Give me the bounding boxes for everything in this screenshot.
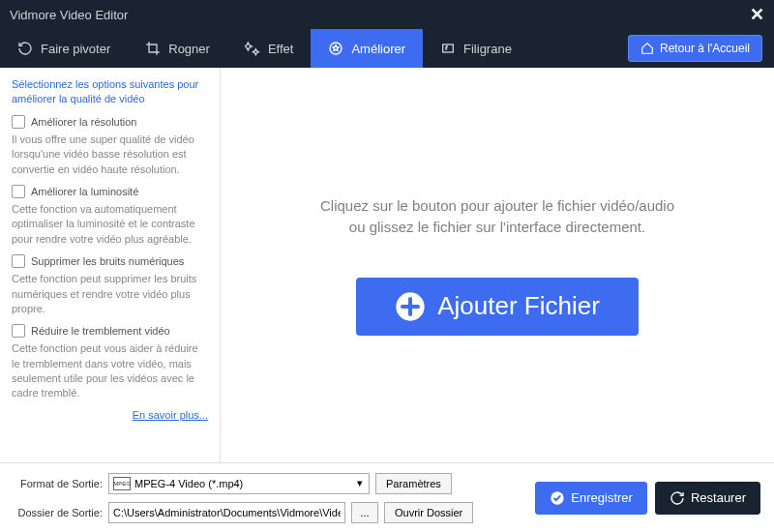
enhance-icon	[328, 41, 343, 56]
check-icon	[550, 490, 565, 506]
folder-input[interactable]	[108, 502, 345, 523]
restore-icon	[670, 490, 685, 506]
mpeg-icon: MPEG	[113, 477, 131, 490]
drop-text: Cliquez sur le bouton pour ajouter le fi…	[313, 195, 681, 239]
save-button[interactable]: Enregistrer	[535, 482, 647, 515]
crop-icon	[145, 41, 161, 56]
format-select[interactable]: MPEG MPEG-4 Video (*.mp4)	[108, 473, 370, 494]
settings-button[interactable]: Paramètres	[375, 473, 452, 494]
folder-label: Dossier de Sortie:	[14, 507, 103, 518]
format-label: Format de Sortie:	[14, 478, 103, 489]
tab-label: Filigrane	[463, 42, 512, 56]
sidebar: Sélectionnez les options suivantes pour …	[0, 68, 221, 462]
browse-button[interactable]: ...	[351, 502, 378, 523]
home-button[interactable]: Retour à l'Accueil	[628, 35, 762, 62]
bottom-bar: Format de Sortie: MPEG MPEG-4 Video (*.m…	[0, 462, 774, 532]
open-folder-button[interactable]: Ouvrir Dossier	[384, 502, 473, 523]
tab-label: Faire pivoter	[41, 42, 110, 56]
tab-rotate[interactable]: Faire pivoter	[0, 29, 128, 68]
close-icon[interactable]: ✕	[750, 4, 764, 25]
watermark-icon	[440, 41, 456, 56]
checkbox-noise[interactable]	[12, 254, 25, 268]
format-value: MPEG-4 Video (*.mp4)	[134, 478, 243, 489]
option-label: Améliorer la résolution	[31, 116, 136, 128]
main: Sélectionnez les options suivantes pour …	[0, 68, 774, 462]
app-title: Vidmore Video Editor	[10, 8, 128, 22]
option-desc: Cette fonction peut vous aider à réduire…	[12, 341, 208, 401]
checkbox-shake[interactable]	[12, 324, 25, 338]
home-label: Retour à l'Accueil	[660, 42, 750, 55]
option-desc: Cette fonction peut supprimer les bruits…	[12, 272, 208, 316]
option-resolution: Améliorer la résolution Il vous offre un…	[12, 115, 208, 177]
home-icon	[640, 42, 654, 55]
tab-watermark[interactable]: Filigrane	[423, 29, 529, 68]
option-label: Réduire le tremblement vidéo	[31, 325, 170, 337]
restore-label: Restaurer	[691, 490, 746, 505]
learn-more-link[interactable]: En savoir plus...	[12, 409, 208, 421]
checkbox-resolution[interactable]	[12, 115, 25, 129]
save-label: Enregistrer	[571, 490, 633, 505]
option-desc: Il vous offre une super qualité de vidéo…	[12, 133, 208, 177]
tab-crop[interactable]: Rogner	[128, 29, 227, 68]
tab-label: Rogner	[168, 42, 210, 56]
tab-label: Effet	[268, 42, 294, 56]
toolbar: Faire pivoter Rogner Effet Améliorer Fil…	[0, 29, 774, 68]
option-label: Supprimer les bruits numériques	[31, 255, 184, 267]
option-brightness: Améliorer la luminosité Cette fonction v…	[12, 185, 208, 247]
add-file-label: Ajouter Fichier	[437, 291, 600, 321]
add-file-button[interactable]: Ajouter Fichier	[356, 278, 639, 336]
tab-label: Améliorer	[351, 42, 405, 56]
content-area[interactable]: Cliquez sur le bouton pour ajouter le fi…	[221, 68, 774, 462]
option-noise: Supprimer les bruits numériques Cette fo…	[12, 254, 208, 316]
tab-enhance[interactable]: Améliorer	[311, 29, 423, 68]
tab-effect[interactable]: Effet	[227, 29, 312, 68]
svg-rect-1	[443, 44, 454, 52]
titlebar: Vidmore Video Editor ✕	[0, 0, 774, 29]
restore-button[interactable]: Restaurer	[655, 482, 760, 515]
option-desc: Cette fonction va automatiquement optima…	[12, 202, 208, 247]
plus-icon	[395, 291, 426, 322]
sidebar-title: Sélectionnez les options suivantes pour …	[12, 77, 208, 107]
checkbox-brightness[interactable]	[12, 185, 25, 198]
rotate-icon	[17, 41, 33, 56]
option-shake: Réduire le tremblement vidéo Cette fonct…	[12, 324, 208, 401]
effect-icon	[245, 41, 260, 56]
option-label: Améliorer la luminosité	[31, 186, 138, 197]
